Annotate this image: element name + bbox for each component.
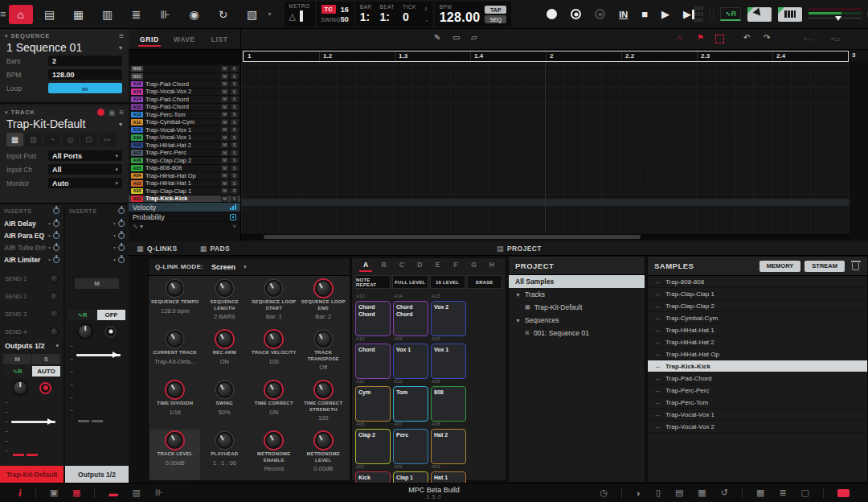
position-block[interactable]: BAR 1: BEAT 1: TICK 0 ♪ ◔ — [355, 2, 433, 27]
mute-button[interactable]: M — [221, 97, 228, 103]
sample-item[interactable]: ↔ Trap-Pad-Chord — [648, 372, 867, 385]
mute-button[interactable]: M — [221, 112, 228, 118]
tc-value[interactable]: 16 — [341, 6, 349, 14]
bpm-value[interactable]: 128.00 — [440, 10, 481, 25]
bar-value[interactable]: 1: — [360, 10, 372, 23]
capture-button[interactable] — [595, 9, 605, 19]
keygroup-icon[interactable]: ▥ — [25, 133, 42, 146]
keys-view-icon[interactable]: ▥ — [132, 488, 140, 498]
sample-item[interactable]: ↔ Trap-HiHat-Hat 2 — [648, 336, 867, 348]
insert-slot-empty[interactable]: ▾ — [65, 241, 129, 253]
collapse-chevron-icon[interactable]: ▾ — [5, 109, 8, 116]
metronome-block[interactable]: METRO △ — [285, 2, 315, 27]
solo-button[interactable]: S — [231, 73, 238, 80]
punch-in-button[interactable]: IN — [619, 10, 628, 19]
grid-layout-icon[interactable]: ▦ — [756, 488, 764, 498]
pad-bank-tab[interactable]: F — [447, 261, 465, 272]
volume-fader[interactable] — [65, 343, 129, 420]
qlink-knob[interactable] — [216, 381, 233, 398]
qlink-knob-cell[interactable]: CURRENT TRACK Trap-Kit-Defa... — [150, 328, 200, 379]
power-icon[interactable] — [118, 220, 125, 227]
sequence-selector[interactable]: 1 Sequence 01 ▾ — [0, 41, 129, 54]
record-arm-icon[interactable] — [97, 109, 104, 116]
track-row[interactable]: A02 Trap-Clap-Clap 1 M S — [129, 187, 240, 195]
browser-icon[interactable]: ▧ — [240, 5, 264, 24]
qlink-knob-cell[interactable]: TIME CORRECT ON — [249, 379, 299, 430]
WAVE[interactable]: WAVE — [169, 31, 201, 48]
sample-item[interactable]: ↔ Trap-Perc-Tom — [648, 397, 867, 409]
track-view-icon[interactable]: ▤ — [38, 5, 62, 24]
pads-view-icon[interactable]: ▦ — [72, 488, 80, 498]
qlink-knob-cell[interactable]: REC ARM ON — [200, 328, 250, 379]
power-icon[interactable] — [53, 232, 59, 239]
qlink-knob[interactable] — [166, 331, 183, 348]
insert-slot[interactable]: AIR Para EQ ▾ — [0, 229, 63, 241]
mute-button[interactable]: M — [221, 81, 228, 88]
track-row[interactable]: A08 Trap-HiHat-Hat 2 M S — [129, 142, 240, 150]
sample-item[interactable]: ↔ Trap-HiHat-Hat Op — [648, 348, 867, 360]
qlink-knob[interactable] — [265, 432, 282, 449]
solo-button[interactable]: S — [231, 195, 238, 202]
seq-bpm-field[interactable]: 128.00 — [48, 69, 122, 80]
pad[interactable]: Perc — [393, 429, 428, 464]
track-row[interactable]: A04 Trap-HiHat-Hat Op M S — [129, 172, 240, 180]
qlink-knob-cell[interactable]: TIME CORRECT STRENGTH 100 — [299, 379, 349, 430]
solo-button[interactable]: S — [231, 88, 238, 95]
clip-icon[interactable]: ◔ — [43, 133, 60, 146]
cv-icon[interactable]: ◎ — [62, 133, 79, 146]
pad-function-button[interactable]: FULL LEVEL — [392, 275, 428, 289]
LIST[interactable]: LIST — [203, 31, 235, 48]
volume-fader[interactable] — [0, 399, 63, 454]
timing-correct-block[interactable]: TC 16 SWING 50 — [317, 2, 354, 27]
pad-bank-tab[interactable]: G — [465, 261, 482, 272]
qlink-knob[interactable] — [265, 331, 282, 348]
stop-button[interactable]: ■ — [641, 8, 648, 20]
mute-button[interactable]: M — [221, 195, 228, 202]
monitor-button[interactable] — [104, 326, 117, 338]
track-row[interactable]: A16 Trap-Pad-Chord M S — [129, 80, 240, 88]
pad-bank-tab[interactable]: D — [411, 261, 428, 272]
qlink-knob[interactable] — [166, 381, 183, 398]
track-row[interactable]: A14 Trap-Pad-Chord M S — [129, 96, 240, 104]
solo-button[interactable]: S — [231, 104, 238, 110]
sample-item[interactable]: ↔ Trap-Kick-Kick — [648, 360, 867, 372]
tracks-group[interactable]: ▼ Tracks — [509, 288, 645, 301]
mute-button[interactable]: M — [75, 278, 119, 289]
info-icon[interactable]: i — [18, 487, 22, 500]
tc-badge[interactable]: TC — [321, 5, 336, 14]
solo-button[interactable]: S — [231, 150, 238, 156]
collapse-chevron-icon[interactable]: ▾ — [5, 33, 8, 39]
master-level-slider[interactable] — [809, 16, 862, 21]
qlink-knob-cell[interactable]: TRACK LEVEL 0.00dB — [150, 430, 200, 480]
memory-button[interactable]: MEMORY — [760, 261, 800, 272]
automation-button[interactable]: ∿R — [3, 366, 31, 376]
file-icon[interactable]: ▯ — [656, 488, 661, 498]
solo-button[interactable]: S — [231, 127, 238, 134]
overdub-button[interactable] — [571, 9, 581, 19]
mute-button[interactable]: M — [221, 158, 228, 164]
track-row[interactable]: A03 Trap-HiHat-Hat 1 M S — [129, 180, 240, 188]
qlink-knob[interactable] — [265, 280, 282, 297]
metro-level-slider[interactable] — [300, 10, 303, 22]
power-icon[interactable] — [53, 245, 59, 251]
clock-icon[interactable]: ◷ — [600, 488, 608, 498]
sample-item[interactable]: ↔ Trap-Vocal-Vox 1 — [648, 409, 867, 421]
strip-output-name[interactable]: Outputs 1/2 — [65, 466, 129, 483]
pad-function-button[interactable]: 16 LEVEL — [430, 275, 465, 289]
tab-pads[interactable]: ▦ PADS — [200, 245, 231, 253]
qlink-knob[interactable] — [315, 280, 332, 297]
eraser-tool-icon[interactable]: ▱ — [471, 33, 477, 42]
main-mode-icon[interactable]: ⌂ — [9, 5, 33, 24]
sequence-menu-icon[interactable]: ≡ — [119, 31, 124, 40]
monitor-icon[interactable]: ▣ — [108, 109, 116, 117]
qlink-knob-cell[interactable]: TRACK TRANSPOSE Off — [299, 328, 349, 379]
record-arm-button[interactable] — [39, 382, 51, 394]
timeline-ruler[interactable]: 1 1.2 1.3 1.4 2 2.2 2.3 2.4 — [243, 51, 849, 62]
track-row[interactable]: A01 Trap-Kick-Kick M S — [129, 195, 240, 204]
solo-button[interactable]: S — [231, 134, 238, 141]
send-slot[interactable]: SEND 2 — [0, 287, 63, 305]
power-icon[interactable] — [118, 208, 125, 214]
send-slot[interactable]: SEND 3 — [0, 305, 63, 323]
pad-matrix-icon[interactable]: ▦ — [67, 5, 91, 24]
sample-edit-icon[interactable]: ▥ — [96, 5, 120, 24]
